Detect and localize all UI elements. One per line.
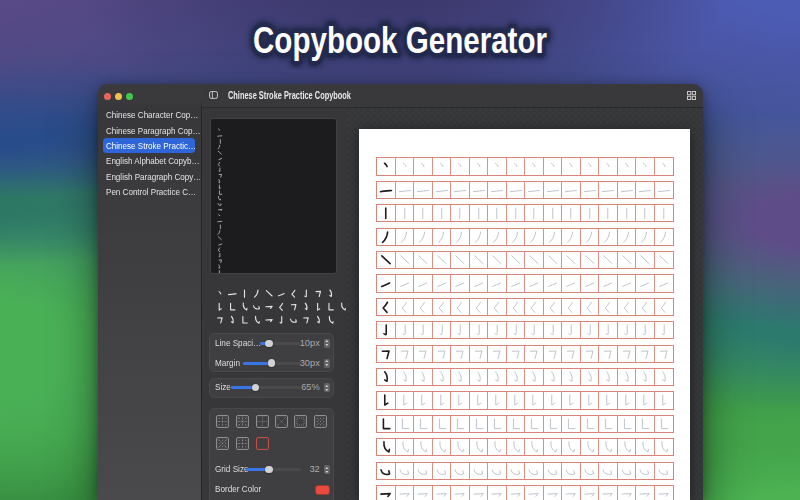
svg-text:Copybook Generator: Copybook Generator	[253, 20, 547, 61]
